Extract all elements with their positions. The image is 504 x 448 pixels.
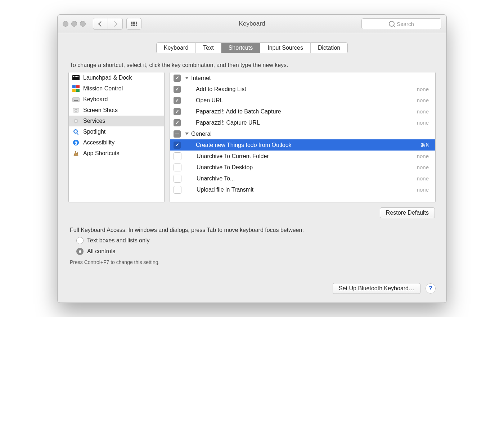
keyboard-icon	[72, 96, 80, 103]
category-screen-shots[interactable]: Screen Shots	[69, 105, 164, 116]
svg-rect-11	[75, 99, 75, 99]
tab-shortcuts[interactable]: Shortcuts	[221, 43, 261, 53]
radio-all-controls[interactable]: All controls	[76, 248, 436, 255]
category-label: App Shortcuts	[83, 150, 120, 157]
tab-text[interactable]: Text	[196, 43, 221, 53]
svg-rect-5	[72, 85, 76, 88]
service-label: Paparazzi!: Add to Batch Capture	[181, 108, 417, 115]
svg-rect-22	[78, 121, 80, 121]
service-row[interactable]: Unarchive To... none	[170, 173, 435, 184]
show-all-button[interactable]	[126, 18, 141, 30]
instruction-text: To change a shortcut, select it, click t…	[70, 62, 434, 68]
service-row[interactable]: Paparazzi!: Capture URL none	[170, 117, 435, 128]
service-row[interactable]: Upload file in Transmit none	[170, 184, 435, 195]
content: Keyboard Text Shortcuts Input Sources Di…	[58, 33, 446, 303]
service-row[interactable]: Paparazzi!: Add to Batch Capture none	[170, 106, 435, 117]
svg-rect-6	[76, 85, 80, 88]
setup-bluetooth-button[interactable]: Set Up Bluetooth Keyboard…	[333, 283, 420, 294]
service-row[interactable]: Unarchive To Current Folder none	[170, 151, 435, 162]
group-header-internet[interactable]: Internet	[170, 72, 435, 84]
checkbox[interactable]	[174, 175, 181, 183]
app-shortcuts-icon	[72, 150, 80, 157]
spotlight-icon	[72, 129, 80, 135]
grid-icon	[131, 22, 137, 26]
checkbox[interactable]	[174, 86, 181, 93]
preferences-window: Keyboard Search Keyboard Text Shortcuts …	[57, 14, 447, 303]
disclosure-triangle-icon[interactable]	[185, 133, 189, 135]
svg-point-18	[75, 120, 77, 122]
svg-rect-9	[72, 98, 80, 102]
shortcut-value[interactable]: ⌘§	[420, 142, 429, 148]
category-list[interactable]: Launchpad & Dock Mission Control Keyboar…	[68, 72, 165, 202]
checkbox[interactable]	[174, 186, 181, 194]
disclosure-triangle-icon[interactable]	[185, 77, 189, 79]
service-row[interactable]: Add to Reading List none	[170, 84, 435, 95]
shortcut-value[interactable]: none	[417, 153, 429, 159]
shortcut-value[interactable]: none	[417, 120, 429, 126]
svg-rect-10	[73, 99, 74, 99]
tab-input-sources[interactable]: Input Sources	[260, 43, 311, 53]
back-button[interactable]	[93, 18, 108, 30]
category-spotlight[interactable]: Spotlight	[69, 126, 164, 137]
checkbox[interactable]	[174, 130, 181, 138]
checkbox[interactable]	[174, 142, 181, 149]
category-label: Launchpad & Dock	[83, 75, 132, 81]
category-launchpad[interactable]: Launchpad & Dock	[69, 72, 164, 83]
close-icon[interactable]	[63, 21, 68, 27]
category-label: Services	[83, 118, 105, 124]
category-label: Spotlight	[83, 129, 105, 135]
radio-label: All controls	[87, 248, 115, 255]
search-field[interactable]: Search	[361, 18, 441, 29]
category-accessibility[interactable]: Accessibility	[69, 137, 164, 148]
shortcut-value[interactable]: none	[417, 86, 429, 92]
category-label: Accessibility	[83, 139, 114, 146]
radio-button[interactable]	[76, 248, 84, 255]
category-app-shortcuts[interactable]: App Shortcuts	[69, 148, 164, 159]
service-row[interactable]: Create new Things todo from Outlook ⌘§	[170, 139, 435, 151]
forward-button[interactable]	[108, 18, 123, 30]
svg-rect-3	[76, 76, 77, 77]
help-button[interactable]: ?	[426, 283, 436, 294]
svg-rect-14	[74, 100, 78, 101]
checkbox[interactable]	[174, 97, 181, 104]
radio-label: Text boxes and lists only	[87, 237, 149, 244]
checkbox[interactable]	[174, 152, 181, 160]
shortcut-value[interactable]: none	[417, 175, 429, 182]
tab-keyboard[interactable]: Keyboard	[157, 43, 196, 53]
category-label: Mission Control	[83, 85, 123, 92]
shortcut-value[interactable]: none	[417, 187, 429, 193]
group-header-general[interactable]: General	[170, 128, 435, 139]
checkbox[interactable]	[174, 119, 181, 126]
zoom-icon[interactable]	[80, 21, 86, 27]
tab-dictation[interactable]: Dictation	[311, 43, 347, 53]
checkbox[interactable]	[174, 75, 181, 82]
checkbox[interactable]	[174, 163, 181, 171]
search-placeholder: Search	[397, 21, 414, 27]
service-label: Upload file in Transmit	[181, 187, 417, 193]
svg-point-27	[75, 140, 77, 142]
service-row[interactable]: Unarchive To Desktop none	[170, 162, 435, 173]
nav-buttons	[93, 18, 123, 30]
titlebar: Keyboard Search	[58, 15, 446, 33]
service-row[interactable]: Open URL none	[170, 95, 435, 106]
svg-rect-4	[77, 76, 78, 77]
svg-rect-8	[76, 89, 80, 92]
category-services[interactable]: Services	[69, 116, 164, 126]
shortcut-value[interactable]: none	[417, 97, 429, 103]
svg-rect-19	[76, 118, 76, 119]
minimize-icon[interactable]	[71, 21, 77, 27]
restore-defaults-button[interactable]: Restore Defaults	[380, 207, 435, 218]
shortcut-value[interactable]: none	[417, 108, 429, 115]
shortcut-list[interactable]: Internet Add to Reading List none Open U…	[170, 72, 436, 202]
service-label: Add to Reading List	[181, 86, 417, 93]
service-label: Create new Things todo from Outlook	[181, 142, 420, 148]
category-mission-control[interactable]: Mission Control	[69, 83, 164, 94]
panes: Launchpad & Dock Mission Control Keyboar…	[68, 72, 436, 202]
svg-rect-25	[76, 133, 78, 135]
category-keyboard[interactable]: Keyboard	[69, 94, 164, 105]
radio-button[interactable]	[76, 237, 84, 244]
shortcut-value[interactable]: none	[417, 164, 429, 170]
radio-text-boxes[interactable]: Text boxes and lists only	[76, 237, 436, 244]
launchpad-icon	[72, 75, 80, 81]
checkbox[interactable]	[174, 108, 181, 115]
